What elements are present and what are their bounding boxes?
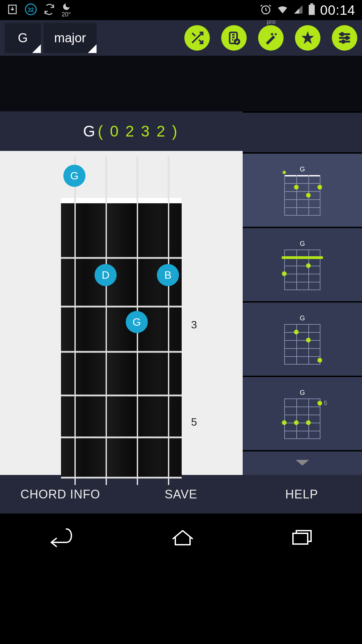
android-nav-bar — [0, 514, 362, 562]
note-fret2-string4: B — [157, 264, 179, 286]
main-content: G ( 0 2 3 2 ) 3 5 — [0, 56, 362, 475]
back-icon[interactable] — [46, 527, 76, 549]
variation-item[interactable]: G — [243, 303, 362, 376]
note-fret2-string2: D — [95, 264, 117, 286]
status-bar: 32 20° 00:14 — [0, 0, 362, 20]
pro-label: pro — [267, 18, 276, 25]
note-open-string1: G — [63, 165, 85, 187]
variation-item[interactable]: G — [243, 228, 362, 301]
svg-point-8 — [346, 37, 348, 39]
variation-item[interactable]: G — [243, 154, 362, 227]
toolbar: G major pro — [0, 20, 362, 56]
settings-button[interactable] — [332, 25, 357, 51]
variation-label: G — [300, 314, 305, 322]
wifi-icon — [277, 3, 289, 17]
signal-icon — [293, 4, 303, 16]
variation-label: G — [300, 165, 305, 173]
weather-icon: 20° — [62, 2, 71, 18]
chord-info-button[interactable]: CHORD INFO — [0, 475, 121, 514]
star-button[interactable] — [295, 25, 320, 51]
download-icon — [7, 4, 18, 16]
svg-rect-3 — [309, 5, 315, 15]
clock-text: 00:14 — [320, 3, 355, 18]
svg-point-7 — [341, 33, 343, 35]
battery-icon — [308, 3, 315, 17]
quality-dropdown[interactable]: major — [44, 23, 97, 53]
save-button[interactable]: SAVE — [121, 475, 241, 514]
shuffle-button[interactable] — [184, 25, 210, 51]
scroll-down-button[interactable] — [243, 451, 362, 475]
alarm-icon — [260, 3, 272, 17]
wand-button[interactable]: pro — [258, 25, 284, 51]
help-button[interactable]: HELP — [241, 475, 362, 514]
bottom-bar: CHORD INFO SAVE HELP — [0, 475, 362, 514]
svg-rect-10 — [293, 533, 308, 544]
recent-icon[interactable] — [289, 527, 316, 549]
note-fret3-string3: G — [126, 311, 148, 333]
home-icon[interactable] — [169, 527, 196, 549]
note-dropdown[interactable]: G — [5, 23, 41, 53]
chord-positions: ( 0 2 3 2 ) — [98, 122, 179, 140]
svg-rect-4 — [310, 3, 313, 5]
fretboard-area[interactable]: 3 5 G — [0, 151, 243, 475]
fretboard[interactable] — [61, 198, 182, 478]
checklist-button[interactable] — [221, 25, 247, 51]
variation-label: G — [300, 240, 305, 248]
variations-sidebar: G G G — [243, 56, 362, 475]
chord-header: G ( 0 2 3 2 ) — [0, 111, 243, 151]
sync-icon — [44, 4, 55, 16]
svg-point-9 — [342, 40, 345, 43]
fret-marker-3: 3 — [191, 319, 197, 331]
variation-label: G — [300, 389, 305, 396]
fret-marker-5: 5 — [191, 416, 197, 428]
badge-icon: 32 — [25, 3, 37, 17]
variation-item[interactable]: G 5 — [243, 377, 362, 450]
chord-root: G — [83, 122, 95, 140]
